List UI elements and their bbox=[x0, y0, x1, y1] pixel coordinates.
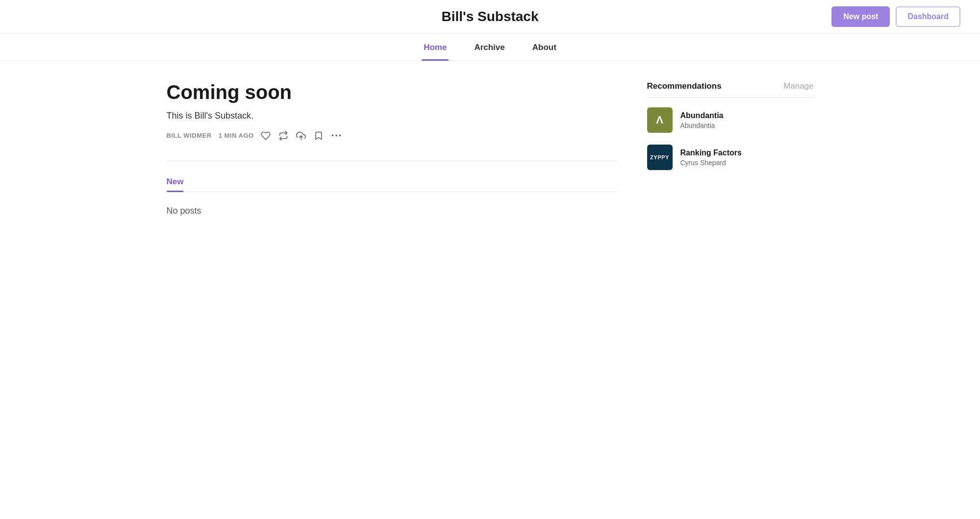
rec-info-abundantia: Abundantia Abundantia bbox=[680, 111, 724, 129]
post-subtitle: This is Bill's Substack. bbox=[167, 111, 618, 121]
post-actions: ··· bbox=[261, 130, 343, 141]
rec-avatar-ranking-factors: ZYPPY bbox=[647, 145, 673, 170]
nav-item-home[interactable]: Home bbox=[422, 34, 449, 60]
heart-icon bbox=[261, 131, 271, 141]
rec-item-ranking-factors[interactable]: ZYPPY Ranking Factors Cyrus Shepard bbox=[647, 145, 814, 170]
right-column: Recommendations Manage Λ Abundantia Abun… bbox=[647, 80, 814, 216]
more-options-button[interactable]: ··· bbox=[331, 130, 343, 141]
header: Bill's Substack New post Dashboard bbox=[0, 0, 980, 34]
rec-name-abundantia: Abundantia bbox=[680, 111, 724, 120]
share-button[interactable] bbox=[296, 131, 306, 141]
nav-item-about[interactable]: About bbox=[530, 34, 558, 60]
left-column: Coming soon This is Bill's Substack. BIL… bbox=[167, 80, 618, 216]
restack-icon bbox=[278, 131, 288, 141]
site-title: Bill's Substack bbox=[441, 9, 538, 25]
post-meta: BILL WIDMER 1 MIN AGO bbox=[167, 130, 618, 141]
rec-name-ranking-factors: Ranking Factors bbox=[680, 148, 742, 157]
featured-post: Coming soon This is Bill's Substack. BIL… bbox=[167, 80, 618, 141]
like-button[interactable] bbox=[261, 131, 271, 141]
rec-author-ranking-factors: Cyrus Shepard bbox=[680, 159, 742, 167]
recommendations-header: Recommendations Manage bbox=[647, 81, 814, 91]
rec-info-ranking-factors: Ranking Factors Cyrus Shepard bbox=[680, 148, 742, 167]
dashboard-button[interactable]: Dashboard bbox=[896, 6, 960, 27]
post-author: BILL WIDMER bbox=[167, 132, 212, 139]
section-divider bbox=[167, 161, 618, 161]
post-title: Coming soon bbox=[167, 80, 618, 104]
rec-author-abundantia: Abundantia bbox=[680, 122, 724, 129]
recommendations-title: Recommendations bbox=[647, 81, 722, 91]
section-tabs: New bbox=[167, 177, 618, 192]
header-actions: New post Dashboard bbox=[831, 6, 960, 27]
tab-underline bbox=[167, 192, 618, 192]
no-posts-label: No posts bbox=[167, 206, 618, 216]
bookmark-button[interactable] bbox=[314, 131, 324, 141]
rec-item-abundantia[interactable]: Λ Abundantia Abundantia bbox=[647, 107, 814, 133]
bookmark-icon bbox=[314, 131, 324, 141]
restack-button[interactable] bbox=[278, 131, 288, 141]
main-nav: Home Archive About bbox=[0, 34, 980, 61]
new-post-button[interactable]: New post bbox=[831, 6, 890, 27]
share-icon bbox=[296, 131, 306, 141]
recommendations-divider bbox=[647, 97, 814, 98]
main-content: Coming soon This is Bill's Substack. BIL… bbox=[147, 61, 833, 236]
post-time: 1 MIN AGO bbox=[219, 132, 254, 139]
manage-recommendations-button[interactable]: Manage bbox=[783, 81, 813, 91]
nav-item-archive[interactable]: Archive bbox=[472, 34, 506, 60]
rec-avatar-abundantia: Λ bbox=[647, 107, 673, 133]
tab-new[interactable]: New bbox=[167, 177, 184, 192]
